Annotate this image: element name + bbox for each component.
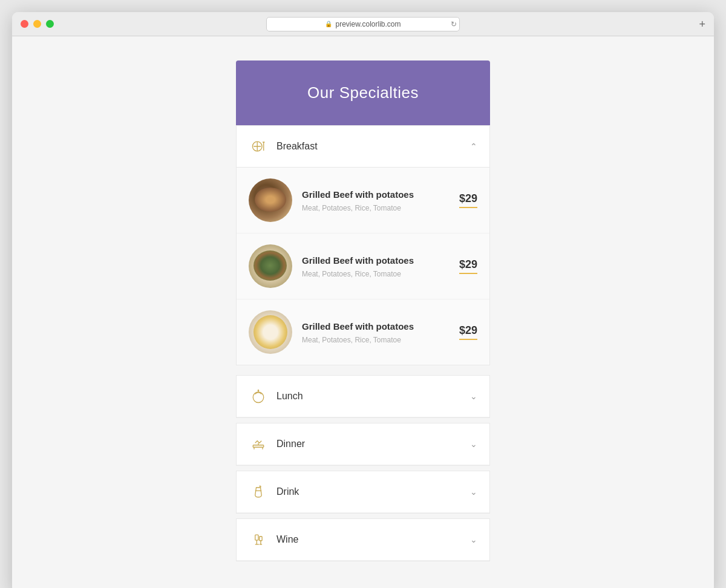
item-info-2: Grilled Beef with potatoes Meat, Potatoe… [302, 254, 450, 278]
new-tab-button[interactable]: + [699, 19, 705, 30]
accordion-header-lunch[interactable]: Lunch ⌄ [237, 376, 489, 417]
price-value-2: $29 [459, 258, 477, 271]
dinner-icon [249, 434, 268, 454]
titlebar: 🔒 preview.colorlib.com ↻ + [12, 12, 714, 36]
svg-point-5 [253, 392, 264, 403]
accordion-header-dinner[interactable]: Dinner ⌄ [237, 423, 489, 465]
svg-point-13 [260, 486, 261, 487]
item-name-2: Grilled Beef with potatoes [302, 254, 450, 267]
price-underline-2 [459, 273, 477, 274]
svg-point-7 [258, 390, 260, 391]
chevron-down-icon: ⌄ [470, 391, 477, 401]
svg-rect-14 [255, 535, 258, 540]
url-text: preview.colorlib.com [335, 20, 401, 28]
specialties-header: Our Specialties [236, 60, 490, 125]
wine-icon [249, 530, 268, 549]
breakfast-items: Grilled Beef with potatoes Meat, Potatoe… [237, 168, 489, 365]
svg-rect-8 [253, 445, 264, 448]
item-price-2: $29 [459, 258, 477, 274]
lunch-icon [249, 387, 268, 406]
price-value-3: $29 [459, 324, 477, 337]
accordion-dinner: Dinner ⌄ [236, 423, 490, 466]
item-ingredients-2: Meat, Potatoes, Rice, Tomatoe [302, 270, 450, 278]
food-image-2 [249, 244, 292, 288]
menu-item: Grilled Beef with potatoes Meat, Potatoe… [237, 234, 489, 299]
page-title: Our Specialties [248, 83, 478, 102]
dinner-label: Dinner [276, 439, 470, 449]
page-content: Our Specialties Breakfa [12, 36, 714, 588]
chevron-up-icon: ⌃ [470, 142, 477, 151]
maximize-button[interactable] [46, 20, 54, 28]
url-bar[interactable]: 🔒 preview.colorlib.com ↻ [266, 17, 460, 31]
food-image-1 [249, 178, 292, 222]
minimize-button[interactable] [33, 20, 41, 28]
accordion-breakfast: Breakfast ⌃ Grilled Beef with potatoes M… [236, 125, 490, 365]
breakfast-icon [249, 137, 268, 156]
refresh-icon[interactable]: ↻ [451, 20, 457, 28]
menu-item: Grilled Beef with potatoes Meat, Potatoe… [237, 168, 489, 234]
breakfast-label: Breakfast [276, 141, 470, 152]
chevron-down-icon: ⌄ [470, 439, 477, 449]
price-value-1: $29 [459, 192, 477, 205]
food-image-3 [249, 310, 292, 354]
specialties-container: Our Specialties Breakfa [236, 60, 490, 561]
item-info-3: Grilled Beef with potatoes Meat, Potatoe… [302, 320, 450, 344]
item-price-1: $29 [459, 192, 477, 208]
accordion-lunch: Lunch ⌄ [236, 375, 490, 418]
menu-item: Grilled Beef with potatoes Meat, Potatoe… [237, 299, 489, 365]
price-underline-3 [459, 339, 477, 340]
accordion-header-breakfast[interactable]: Breakfast ⌃ [237, 126, 489, 168]
item-price-3: $29 [459, 324, 477, 340]
accordion-drink: Drink ⌄ [236, 471, 490, 514]
drink-icon [249, 482, 268, 501]
item-name-1: Grilled Beef with potatoes [302, 188, 450, 201]
accordion-header-wine[interactable]: Wine ⌄ [237, 519, 489, 561]
accordion-header-drink[interactable]: Drink ⌄ [237, 471, 489, 513]
item-ingredients-3: Meat, Potatoes, Rice, Tomatoe [302, 336, 450, 344]
item-name-3: Grilled Beef with potatoes [302, 320, 450, 333]
svg-rect-15 [260, 537, 262, 541]
item-info-1: Grilled Beef with potatoes Meat, Potatoe… [302, 188, 450, 212]
price-underline-1 [459, 207, 477, 208]
browser-window: 🔒 preview.colorlib.com ↻ + Our Specialti… [12, 12, 714, 588]
drink-label: Drink [276, 486, 470, 497]
accordion-wine: Wine ⌄ [236, 518, 490, 561]
lock-icon: 🔒 [325, 21, 332, 27]
wine-label: Wine [276, 534, 470, 545]
chevron-down-icon: ⌄ [470, 487, 477, 497]
chevron-down-icon: ⌄ [470, 535, 477, 544]
lunch-label: Lunch [276, 391, 470, 402]
item-ingredients-1: Meat, Potatoes, Rice, Tomatoe [302, 204, 450, 212]
close-button[interactable] [21, 20, 28, 28]
